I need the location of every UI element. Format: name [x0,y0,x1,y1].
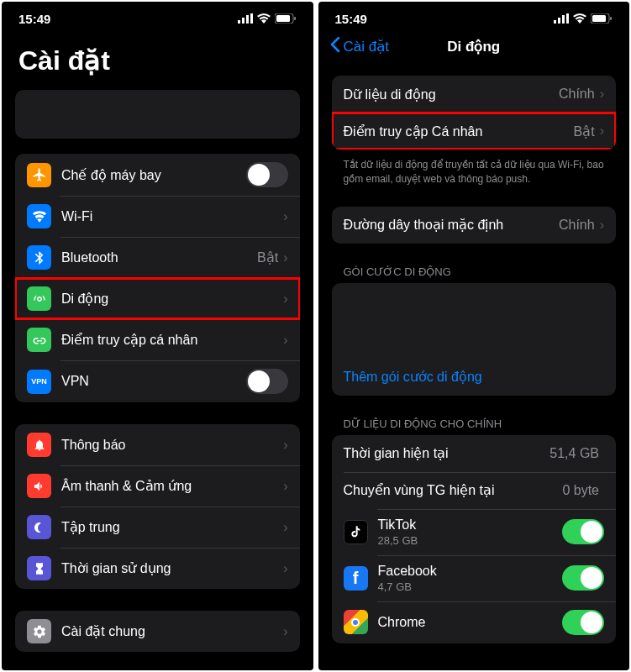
connectivity-section: Chế độ máy bay Wi-Fi › Bluetooth Bật › D… [15,154,300,402]
app-tiktok-row[interactable]: TikTok 28,5 GB [332,509,617,555]
chevron-icon: › [283,624,287,639]
tiktok-label: TikTok [378,517,563,533]
bluetooth-row[interactable]: Bluetooth Bật › [15,237,300,278]
tiktok-toggle[interactable] [562,519,604,544]
svg-rect-5 [276,15,290,22]
screentime-icon [27,556,51,580]
roaming-label: Chuyển vùng TG hiện tại [344,482,563,498]
default-voice-label: Đường dây thoại mặc định [344,217,559,233]
vpn-row[interactable]: VPN VPN [15,360,300,402]
cellular-footer-text: Tắt dữ liệu di động để truyền tất cả dữ … [318,153,630,186]
hotspot-icon [27,328,51,352]
current-period-label: Thời gian hiện tại [344,445,550,461]
profile-section[interactable] [15,90,300,139]
wifi-settings-icon [27,204,51,228]
svg-rect-0 [238,20,240,24]
hotspot-value: Bật [574,123,595,139]
current-period-row[interactable]: Thời gian hiện tại 51,4 GB [332,435,617,472]
status-icons [238,12,297,26]
roaming-row[interactable]: Chuyển vùng TG hiện tại 0 byte [332,472,617,509]
back-button[interactable]: Cài đặt [330,36,389,57]
svg-rect-13 [610,17,612,20]
svg-rect-7 [554,20,556,24]
status-bar: 15:49 [2,2,313,29]
vpn-label: VPN [61,374,246,389]
notifications-section: Thông báo › Âm thanh & Cảm ứng › Tập tru… [15,424,300,589]
cellular-data-section: Dữ liệu di động Chính › Điểm truy cập Cá… [332,76,617,150]
svg-rect-2 [246,15,249,24]
plans-header: GÓI CƯỚC DI ĐỘNG [318,265,630,283]
general-section: Cài đặt chung › [15,611,300,652]
general-row[interactable]: Cài đặt chung › [15,611,300,652]
notifications-row[interactable]: Thông báo › [15,424,300,465]
focus-icon [27,515,51,539]
data-usage-header: DỮ LIỆU DI ĐỘNG CHO CHÍNH [318,417,630,435]
chevron-icon: › [283,333,287,348]
cellular-data-row[interactable]: Dữ liệu di động Chính › [332,76,617,113]
chevron-icon: › [283,209,287,224]
cellular-screen-right: 15:49 Cài đặt Di động Dữ liệu di động Ch… [318,2,630,670]
focus-label: Tập trung [61,519,283,535]
focus-row[interactable]: Tập trung › [15,507,300,548]
svg-rect-3 [250,13,253,24]
chevron-icon: › [283,438,287,453]
current-period-value: 51,4 GB [549,446,599,461]
data-usage-section: Thời gian hiện tại 51,4 GB Chuyển vùng T… [332,435,617,643]
cellular-label: Di động [61,291,283,307]
screentime-row[interactable]: Thời gian sử dụng › [15,548,300,589]
airplane-toggle[interactable] [246,162,288,187]
status-bar: 15:49 [318,2,630,29]
bluetooth-value: Bật [257,249,278,265]
vpn-toggle[interactable] [246,369,288,394]
cellular-data-value: Chính [559,87,595,102]
airplane-mode-row[interactable]: Chế độ máy bay [15,154,300,196]
general-label: Cài đặt chung [61,623,283,639]
bluetooth-label: Bluetooth [61,250,257,265]
plans-section: Thêm gói cước di động [332,283,617,396]
add-plan-row[interactable]: Thêm gói cước di động [332,359,617,396]
svg-rect-12 [592,15,606,22]
chevron-icon: › [283,291,287,307]
status-time: 15:49 [18,12,50,26]
chevron-icon: › [283,520,287,535]
chevron-left-icon [330,36,340,57]
wifi-row[interactable]: Wi-Fi › [15,196,300,237]
svg-rect-9 [562,15,565,24]
facebook-label: Facebook [378,564,563,579]
nav-header: Cài đặt Di động [318,29,630,64]
plan-rows-placeholder [332,283,617,359]
hotspot-row[interactable]: Điểm truy cập cá nhân › [15,319,300,360]
hotspot-label: Điểm truy cập cá nhân [61,332,283,348]
chevron-icon: › [283,561,287,576]
chrome-toggle[interactable] [562,610,604,635]
cellular-row[interactable]: Di động › [15,278,300,319]
roaming-value: 0 byte [562,483,599,498]
vpn-icon: VPN [27,370,51,394]
status-icons [554,12,613,26]
facebook-size: 4,7 GB [378,580,563,593]
personal-hotspot-row[interactable]: Điểm truy cập Cá nhân Bật › [332,113,617,150]
default-voice-row[interactable]: Đường dây thoại mặc định Chính › [332,207,617,244]
sounds-row[interactable]: Âm thanh & Cảm ứng › [15,465,300,507]
screentime-label: Thời gian sử dụng [61,560,283,576]
app-facebook-row[interactable]: f Facebook 4,7 GB [332,555,617,601]
wifi-icon [573,12,586,26]
chevron-icon: › [283,250,287,265]
chrome-label: Chrome [378,615,563,630]
tiktok-size: 28,5 GB [378,534,563,547]
page-header: Cài đặt [2,29,313,85]
facebook-toggle[interactable] [562,565,604,591]
airplane-icon [27,163,51,187]
svg-rect-1 [242,18,245,24]
default-line-section: Đường dây thoại mặc định Chính › [332,207,617,244]
sounds-icon [27,474,51,498]
page-title: Cài đặt [18,45,297,76]
chevron-icon: › [283,479,287,494]
signal-icon [238,12,253,26]
battery-icon [591,12,613,26]
gear-icon [27,619,51,643]
signal-icon [554,12,569,26]
wifi-label: Wi-Fi [61,209,283,224]
cellular-icon [27,286,51,311]
app-chrome-row[interactable]: Chrome [332,601,617,643]
